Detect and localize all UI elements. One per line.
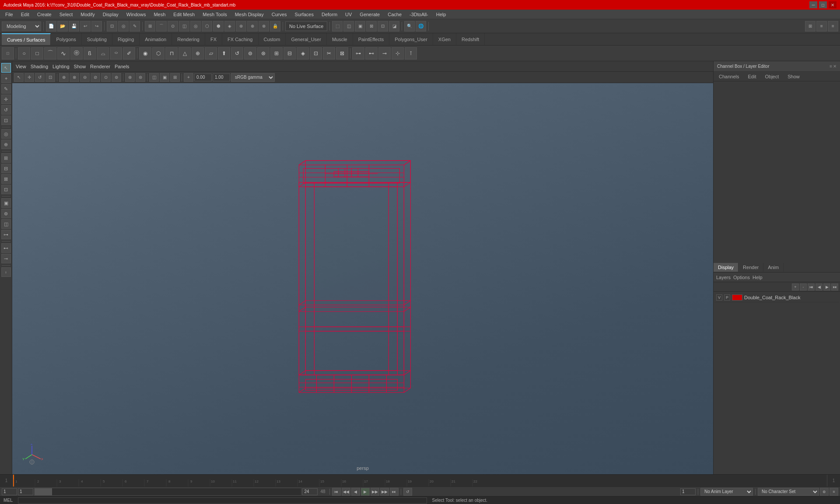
display-btn2[interactable]: 🌐 [416,21,426,32]
show-manip-btn[interactable]: ⊕ [1,140,11,149]
vp-btn5[interactable]: ⊘ [91,73,100,82]
icon-btn4[interactable]: ⊶ [1,230,11,239]
lock-btn[interactable]: 🔒 [270,21,280,32]
menu-modify[interactable]: Modify [77,11,98,18]
shelf-icon-bevel[interactable]: ◈ [297,47,309,60]
icon-btn6[interactable]: ⊸ [1,254,11,263]
vp-rotate-btn[interactable]: ↺ [35,73,45,82]
menu-edit-mesh[interactable]: Edit Mesh [170,11,198,18]
timeline-track[interactable]: 1 2 3 4 5 6 7 8 9 10 11 12 13 14 15 16 1 [13,475,827,486]
paint-select-btn[interactable]: ✎ [130,21,140,32]
scale-tool[interactable]: ⊡ [1,116,11,125]
shelf-icon-cv-curve[interactable]: ∿ [57,47,70,60]
layer-rewind-btn[interactable]: ⏮ [808,284,815,290]
snap-curve-btn[interactable]: ⌒ [156,21,167,32]
timeline-area[interactable]: 1 1 2 3 4 5 6 7 8 9 10 11 12 1 [0,474,840,486]
pb-goto-start-btn[interactable]: ⏮ [332,488,341,496]
viewport-3d[interactable]: persp X Y Z [12,83,713,474]
character-set-dropdown[interactable]: No Character Set [758,488,819,496]
layer-end-btn[interactable]: ⏭ [831,284,838,290]
menu-uv[interactable]: UV [342,11,355,18]
snap-tools-btn1[interactable]: ⊞ [1,153,11,163]
render-btn3[interactable]: ▣ [355,21,365,32]
shelf-icon-ep-curve[interactable]: ⓔ [70,47,83,60]
icon-btn7[interactable]: i [1,267,11,277]
menu-cache[interactable]: Cache [384,11,405,18]
vp-btn7[interactable]: ⊚ [112,73,121,82]
vp-select-btn[interactable]: ↖ [14,73,24,82]
save-scene-btn[interactable]: 💾 [69,21,79,32]
render-btn2[interactable]: ◫ [343,21,354,32]
tab-rendering[interactable]: Rendering [172,33,205,45]
pb-goto-end-btn[interactable]: ⏭ [390,488,399,496]
shelf-icon-square[interactable]: □ [31,47,43,60]
menu-deform[interactable]: Deform [318,11,341,18]
shelf-icon-sweep[interactable]: ⊛ [257,47,270,60]
tab-curves-surfaces[interactable]: Curves / Surfaces [2,33,51,45]
display-tab-anim[interactable]: Anim [763,263,784,272]
cb-tab-edit[interactable]: Edit [744,73,760,80]
snap-btn2[interactable]: ⬡ [202,21,212,32]
mel-input[interactable] [18,497,427,504]
render-btn5[interactable]: ⊡ [378,21,388,32]
anim-layer-dropdown[interactable]: No Anim Layer [700,488,753,496]
shelf-icon-circle[interactable]: ○ [18,47,30,60]
tab-animation[interactable]: Animation [140,33,172,45]
shelf-icon-cylinder[interactable]: ⊓ [165,47,178,60]
cb-tab-show[interactable]: Show [784,73,803,80]
shelf-icon-bezier[interactable]: ß [84,47,96,60]
tab-muscle[interactable]: Muscle [327,33,353,45]
tab-custom[interactable]: Custom [259,33,286,45]
vp-btn4[interactable]: ⊖ [80,73,90,82]
layer-delete-btn[interactable]: - [800,284,807,290]
shelf-icon-revolve[interactable]: ↺ [231,47,243,60]
menu-file[interactable]: File [2,11,17,18]
layer-editor-btn[interactable]: ≡ [816,21,827,32]
lasso-tool[interactable]: ⌖ [1,74,11,83]
pb-icon-btn1[interactable]: ⊕ [820,488,829,496]
layer-row-0[interactable]: V P Double_Coat_Rack_Black [714,293,839,302]
redo-btn[interactable]: ↪ [91,21,102,32]
workspace-dropdown[interactable]: Modeling [2,21,41,31]
vp-menu-shading[interactable]: Shading [31,64,48,69]
tab-xgen[interactable]: XGen [433,33,456,45]
tab-redshift[interactable]: Redshift [456,33,485,45]
shelf-icon-nurbs-curve[interactable]: ⌒ [44,47,56,60]
layer-prev-btn[interactable]: ◀ [816,284,822,290]
layer-new-btn[interactable]: + [792,284,799,290]
vp-btn9[interactable]: ⊜ [136,73,145,82]
shelf-icon-birail[interactable]: ⊡ [310,47,322,60]
cb-tab-channels[interactable]: Channels [715,73,742,80]
menu-display[interactable]: Display [99,11,122,18]
vp-menu-show[interactable]: Show [74,64,86,69]
shelf-icon-torus[interactable]: ⊕ [192,47,204,60]
new-scene-btn[interactable]: 📄 [46,21,56,32]
menu-mesh-display[interactable]: Mesh Display [231,11,267,18]
tab-rigging[interactable]: Rigging [112,33,140,45]
vp-color-profile[interactable]: sRGB gamma [231,73,275,82]
vp-btn6[interactable]: ⊙ [101,73,111,82]
icon-btn5[interactable]: ⊷ [1,243,11,253]
layer-visibility-btn-0[interactable]: V [716,294,722,301]
rotate-tool[interactable]: ↺ [1,105,11,115]
snap-live-btn[interactable]: ◎ [190,21,201,32]
icon-btn3[interactable]: ◫ [1,219,11,229]
vp-btn2[interactable]: ⊕ [59,73,69,82]
shelf-icon-plane[interactable]: ▱ [205,47,217,60]
icon-btn1[interactable]: ▣ [1,198,11,208]
shelf-icon-deform5[interactable]: ⊺ [405,47,417,60]
pb-play-btn[interactable]: ▶ [361,488,370,496]
vp-btn12[interactable]: ⊞ [170,73,180,82]
vp-btn3[interactable]: ⊗ [70,73,79,82]
render-btn4[interactable]: ⊠ [366,21,377,32]
vp-btn11[interactable]: ▣ [160,73,169,82]
pb-next-btn[interactable]: ▶▶ [380,488,389,496]
menu-mesh-tools[interactable]: Mesh Tools [199,11,230,18]
pb-icon-btn2[interactable]: ≡ [830,488,838,496]
vp-menu-view[interactable]: View [16,64,26,69]
snap-btn6[interactable]: ⊕ [247,21,258,32]
tab-fx[interactable]: FX [205,33,222,45]
shelf-icon-deform2[interactable]: ⊷ [365,47,378,60]
snap-tools-btn4[interactable]: ⊡ [1,185,11,194]
snap-btn5[interactable]: ⊛ [236,21,246,32]
